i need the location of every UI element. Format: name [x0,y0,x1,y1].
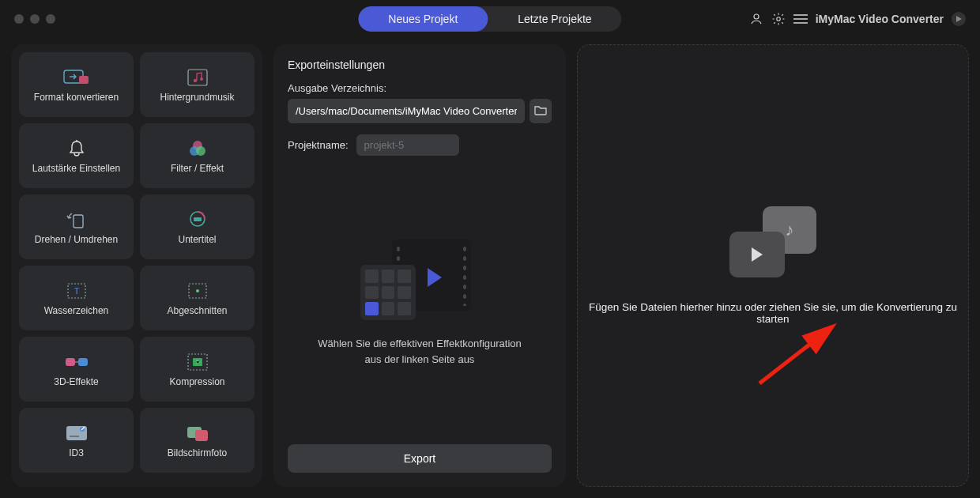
screenshot-icon [186,423,209,443]
tool-filter-effekt[interactable]: Filter / Effekt [140,123,254,188]
svg-rect-17 [194,217,202,221]
tool-format-konvertieren[interactable]: Format konvertieren [19,52,134,117]
output-dir-label: Ausgabe Verzeichnis: [288,82,552,94]
tool-bildschirmfoto[interactable]: Bildschirmfoto [140,408,254,473]
tool-label: Kompression [169,377,224,387]
folder-icon [534,104,547,115]
svg-rect-22 [66,358,75,366]
crop-icon [186,281,209,301]
minimize-window[interactable] [30,14,40,24]
tool-drehen[interactable]: Drehen / Umdrehen [19,194,134,259]
subtitle-icon [186,209,209,230]
svg-rect-33 [195,430,208,441]
svg-line-35 [760,328,831,383]
export-panel: Exporteinstellungen Ausgabe Verzeichnis:… [273,44,566,487]
rotate-icon [65,209,89,230]
convert-icon [65,67,89,88]
tool-label: Bildschirmfoto [168,448,227,458]
tool-abgeschnitten[interactable]: Abgeschnitten [140,266,254,330]
tool-label: Abgeschnitten [167,306,227,315]
tools-sidebar: Format konvertieren Hintergrundmusik Lau… [11,44,262,487]
svg-rect-8 [188,70,207,85]
tool-label: Untertitel [178,235,216,244]
video-card-icon [729,232,785,277]
maximize-window[interactable] [46,14,55,24]
svg-point-1 [776,17,780,21]
svg-point-21 [196,289,199,292]
bell-icon [65,138,89,159]
tool-label: Hintergrundmusik [160,92,234,102]
close-window[interactable] [14,14,24,24]
settings-icon[interactable] [771,12,786,26]
tool-label: ID3 [69,448,84,458]
output-dir-input[interactable] [288,99,525,123]
tab-new-project[interactable]: Neues Projekt [358,6,488,32]
account-icon[interactable] [749,12,763,26]
tool-untertitel[interactable]: Untertitel [140,194,254,259]
tool-label: Wasserzeichen [44,306,109,315]
project-name-label: Projektname: [288,139,349,151]
preview-area: Wählen Sie die effektiven Effektkonfigur… [288,156,552,444]
preview-illustration [360,233,479,320]
brand-logo-icon [952,12,966,26]
browse-folder-button[interactable] [530,99,552,123]
svg-rect-23 [78,358,88,366]
svg-marker-5 [956,16,962,22]
annotation-arrow [752,320,846,391]
menu-icon[interactable] [793,12,808,26]
drop-zone[interactable]: ♪ Fügen Sie Dateien hierher hinzu oder z… [577,44,969,487]
drop-illustration: ♪ [729,206,816,277]
window-controls [14,14,55,24]
project-name-input[interactable] [356,134,459,156]
tool-3d-effekte[interactable]: 3D-Effekte [19,337,134,402]
export-title: Exporteinstellungen [288,58,552,71]
tool-wasserzeichen[interactable]: T Wasserzeichen [19,266,134,330]
tool-label: Lautstärke Einstellen [32,164,120,173]
svg-rect-7 [79,76,89,84]
glasses-3d-icon [65,352,89,372]
tool-id3[interactable]: ID3 [19,408,134,473]
tool-label: 3D-Effekte [54,377,98,387]
music-film-icon [186,67,209,88]
tab-recent-projects[interactable]: Letzte Projekte [488,6,621,32]
svg-point-10 [200,77,203,81]
svg-point-14 [196,146,205,156]
svg-point-0 [754,14,759,19]
app-brand: iMyMac Video Converter [816,13,944,25]
svg-text:T: T [74,286,79,296]
compress-icon [186,352,209,372]
titlebar: Neues Projekt Letzte Projekte iMyMac Vid… [0,0,980,38]
preview-hint: Wählen Sie die effektiven Effektkonfigur… [318,336,522,367]
export-button[interactable]: Export [288,444,552,473]
watermark-icon: T [65,281,89,301]
filter-icon [186,138,209,159]
tool-kompression[interactable]: Kompression [140,337,254,402]
tool-lautstaerke[interactable]: Lautstärke Einstellen [19,123,134,188]
tool-label: Drehen / Umdrehen [35,235,118,244]
tool-label: Filter / Effekt [171,164,224,173]
id3-icon [65,423,89,443]
svg-rect-15 [74,215,83,228]
tool-hintergrundmusik[interactable]: Hintergrundmusik [140,52,254,117]
project-tabs: Neues Projekt Letzte Projekte [358,6,621,32]
tool-label: Format konvertieren [34,92,119,102]
